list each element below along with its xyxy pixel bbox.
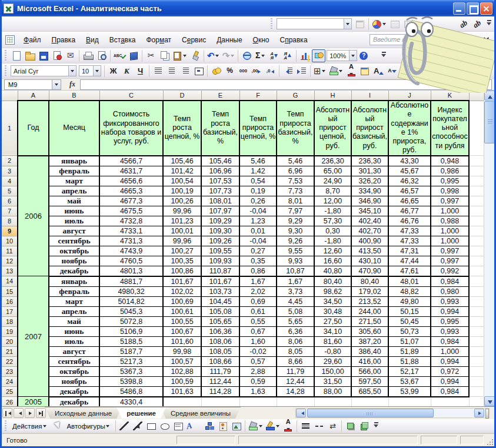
cell-K24[interactable]: 0,994 — [431, 376, 469, 386]
cell-C19[interactable]: 5106,9 — [99, 326, 163, 336]
select-all-corner[interactable] — [2, 91, 18, 101]
cell-H5[interactable]: 8,70 — [314, 186, 351, 196]
cell-C6[interactable]: 4677,3 — [99, 196, 163, 206]
cell-B13[interactable]: декабрь — [49, 266, 99, 276]
redo-button[interactable]: ↷ — [221, 49, 237, 62]
cell-B17[interactable]: апрель — [49, 306, 99, 316]
cell-F14[interactable]: 1,67 — [239, 276, 277, 287]
sort-descending-button[interactable]: ЯА — [281, 49, 294, 62]
column-header-E[interactable]: E — [201, 91, 239, 101]
cell-D17[interactable]: 100,61 — [163, 306, 201, 316]
cell-D8[interactable]: 101,23 — [163, 216, 201, 226]
cell-filler[interactable] — [469, 336, 484, 346]
cell-filler[interactable] — [469, 226, 484, 236]
row-header-24[interactable]: 24 — [2, 376, 18, 386]
cell-E1[interactable]: Темп роста базисный, % — [201, 101, 239, 156]
cell-filler[interactable] — [469, 386, 484, 397]
clipart-button[interactable] — [216, 420, 229, 433]
cell-C23[interactable]: 5367,3 — [99, 366, 163, 376]
paste-button[interactable] — [171, 49, 188, 62]
cell-F5[interactable]: 0,19 — [239, 186, 277, 196]
row-header-5[interactable]: 5 — [2, 186, 18, 196]
cell-C22[interactable]: 5217,3 — [99, 356, 163, 366]
cell-I5[interactable]: 334,90 — [351, 186, 388, 196]
toolbar-grip[interactable] — [4, 65, 7, 77]
cell-F17[interactable]: 0,61 — [239, 306, 277, 316]
cell-H3[interactable]: 65,00 — [314, 166, 351, 176]
cell-E7[interactable]: 107,97 — [201, 206, 239, 216]
vertical-scrollbar[interactable] — [484, 91, 494, 406]
cell-B24[interactable]: ноябрь — [49, 376, 99, 386]
cell-E24[interactable]: 112,44 — [201, 376, 239, 386]
column-header-C[interactable]: C — [99, 91, 163, 101]
cell-H1[interactable]: Абсолютный прирост цепной, руб. — [314, 101, 351, 156]
row-header-7[interactable]: 7 — [2, 206, 18, 216]
cell-E20[interactable]: 108,06 — [201, 336, 239, 346]
draw-actions-menu[interactable]: Действия — [9, 420, 50, 433]
autoshapes-menu-caret-icon[interactable] — [105, 422, 111, 430]
cell-B20[interactable]: июль — [49, 336, 99, 346]
cell-F2[interactable]: 5,46 — [239, 156, 277, 166]
cell-K4[interactable]: 0,995 — [431, 176, 469, 186]
cell-C18[interactable]: 5072,8 — [99, 316, 163, 326]
cell-filler[interactable] — [469, 276, 484, 287]
cell-H9[interactable]: 0,30 — [314, 226, 351, 236]
line-style-button[interactable] — [299, 420, 312, 433]
cell-I16[interactable]: 213,52 — [351, 296, 388, 306]
cell-G11[interactable]: 9,55 — [277, 246, 314, 256]
cell-G5[interactable]: 7,73 — [277, 186, 314, 196]
comma-style-button[interactable]: 000 — [237, 65, 250, 78]
cell-J9[interactable]: 47,33 — [388, 226, 431, 236]
zoom-combobox[interactable]: 100% — [327, 50, 357, 61]
row-header-11[interactable]: 11 — [2, 246, 18, 256]
cell-I3[interactable]: 301,30 — [351, 166, 388, 176]
cell-filler[interactable] — [469, 216, 484, 226]
shadow-style-button[interactable] — [344, 420, 357, 433]
cell-H2[interactable]: 236,30 — [314, 156, 351, 166]
row-header-10[interactable]: 10 — [2, 236, 18, 246]
cell-E23[interactable]: 111,79 — [201, 366, 239, 376]
cell-K19[interactable]: 0,993 — [431, 326, 469, 336]
cell-F21[interactable]: -0,02 — [239, 346, 277, 356]
menu-item-2[interactable]: Вид — [81, 34, 104, 46]
cell-H18[interactable]: 27,50 — [314, 316, 351, 326]
cell-D11[interactable]: 100,27 — [163, 246, 201, 256]
cell-G26[interactable] — [277, 397, 314, 407]
cell-I23[interactable]: 566,00 — [351, 366, 388, 376]
cell-K10[interactable]: 1,000 — [431, 236, 469, 246]
cell-B5[interactable]: апрель — [49, 186, 99, 196]
threed-style-button[interactable] — [357, 420, 371, 433]
cell-D10[interactable]: 99,96 — [163, 236, 201, 246]
cell-E2[interactable]: 105,46 — [201, 156, 239, 166]
row-header-20[interactable]: 20 — [2, 336, 18, 346]
cell-F1[interactable]: Темп прироста цепной, % — [239, 101, 277, 156]
cell-F26[interactable] — [239, 397, 277, 407]
cell-B4[interactable]: март — [49, 176, 99, 186]
textbox-button[interactable] — [172, 420, 185, 433]
cell-B1[interactable]: Месяц — [49, 101, 99, 156]
cell-K15[interactable]: 0,980 — [431, 286, 469, 296]
cell-B14[interactable]: январь — [49, 276, 99, 287]
column-header-A[interactable]: A — [18, 91, 49, 101]
row-header-22[interactable]: 22 — [2, 356, 18, 366]
cell-K9[interactable]: 1,000 — [431, 226, 469, 236]
cell-G20[interactable]: 8,06 — [277, 336, 314, 346]
cell-G8[interactable]: 9,29 — [277, 216, 314, 226]
row-header-25[interactable]: 25 — [2, 386, 18, 397]
cell-D24[interactable]: 100,59 — [163, 376, 201, 386]
cell-F19[interactable]: 0,67 — [239, 326, 277, 336]
menu-item-3[interactable]: Вставка — [104, 34, 141, 46]
cell-C24[interactable]: 5398,8 — [99, 376, 163, 386]
cell-D19[interactable]: 100,67 — [163, 326, 201, 336]
column-header-H[interactable]: H — [314, 91, 351, 101]
cell-E26[interactable] — [201, 397, 239, 407]
cell-F8[interactable]: 1,23 — [239, 216, 277, 226]
line-color-button-caret-icon[interactable] — [275, 422, 280, 430]
cell-C9[interactable]: 4733,1 — [99, 226, 163, 236]
cell-filler[interactable] — [469, 186, 484, 196]
cell-C4[interactable]: 4656,6 — [99, 176, 163, 186]
arrow-style-button[interactable]: ⇄ — [326, 420, 339, 433]
cell-J7[interactable]: 46,77 — [388, 206, 431, 216]
undo-button-caret-icon[interactable] — [215, 52, 220, 60]
wordart-button[interactable]: А — [185, 420, 202, 433]
